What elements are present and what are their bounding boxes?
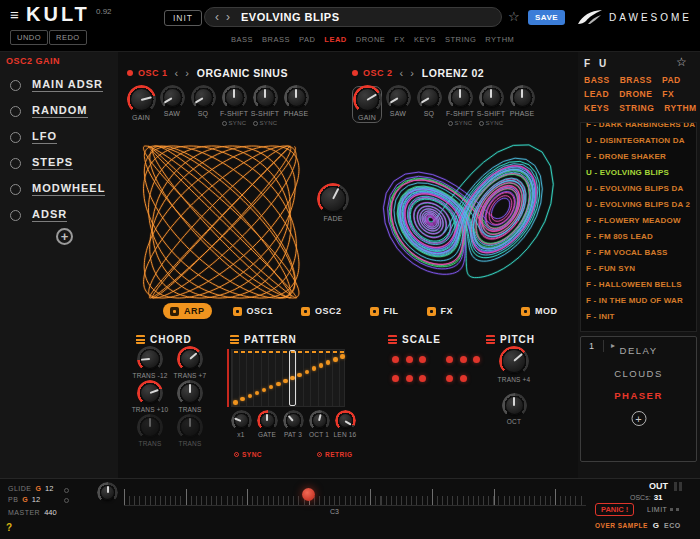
osc2-f-shift-sync-toggle[interactable]: SYNC (448, 120, 473, 126)
pattern-accent-15[interactable] (340, 351, 344, 353)
pattern-step-6[interactable] (276, 382, 281, 387)
browser-tag-keys[interactable]: KEYS (584, 103, 609, 113)
pitchbend-mode[interactable]: G (22, 496, 27, 503)
scale-dot-0-0[interactable] (392, 356, 399, 363)
prev-preset-icon[interactable]: ‹ (215, 11, 219, 23)
pattern-accent-6[interactable] (276, 351, 280, 353)
pattern-step-5[interactable] (269, 385, 274, 390)
sidebar-item-main-adsr[interactable]: MAIN ADSR (10, 72, 105, 98)
pattern-step-2[interactable] (248, 394, 253, 399)
preset-row-evolving-blips-da[interactable]: U - EVOLVING BLIPS DA (581, 180, 696, 196)
browser-tag-lead[interactable]: LEAD (584, 89, 609, 99)
glide-value[interactable]: 12 (45, 484, 53, 493)
pattern-step-1[interactable] (240, 397, 245, 402)
preset-row-evolving-blips[interactable]: U - EVOLVING BLIPS (581, 164, 696, 180)
osc1-phase-knob[interactable] (287, 88, 306, 107)
tab-arp[interactable]: ARP (163, 303, 212, 319)
preset-tag-rythm[interactable]: RYTHM (485, 35, 514, 44)
preset-row-fm-vocal-bass[interactable]: F - FM VOCAL BASS (581, 244, 696, 260)
pattern-step-grid[interactable] (231, 349, 345, 407)
preset-row-halloween-bells[interactable]: F - HALLOWEEN BELLS (581, 276, 696, 292)
browser-tag-bass[interactable]: BASS (584, 75, 610, 85)
save-button[interactable]: SAVE (528, 10, 565, 25)
scale-dot-0-5[interactable] (460, 356, 467, 363)
chord-trans-12-knob[interactable] (140, 349, 160, 369)
scale-dot-0-6[interactable] (473, 356, 480, 363)
chord-trans-knob[interactable] (180, 383, 200, 403)
chord-trans-knob[interactable] (140, 417, 160, 437)
footer-radio-2[interactable] (64, 498, 69, 503)
osc1-s-shift-sync-toggle[interactable]: SYNC (253, 120, 278, 126)
scale-dot-0-1[interactable] (406, 356, 413, 363)
preset-row-flowery-meadow[interactable]: F - FLOWERY MEADOW (581, 212, 696, 228)
sidebar-item-adsr[interactable]: ADSR (10, 202, 105, 228)
panic-button[interactable]: PANIC ! (595, 503, 634, 516)
chord-trans-10-knob[interactable] (140, 383, 160, 403)
pattern-accent-4[interactable] (262, 351, 266, 353)
preset-row-fun-syn[interactable]: F - FUN SYN (581, 260, 696, 276)
osc2-wavetable-name[interactable]: LORENZ 02 (422, 67, 484, 79)
preset-tag-drone[interactable]: DRONE (356, 35, 386, 44)
filter-letter-u[interactable]: U (599, 58, 606, 69)
pattern-accent-7[interactable] (283, 351, 287, 353)
footer-knob[interactable] (100, 485, 115, 500)
preset-tag-pad[interactable]: PAD (299, 35, 315, 44)
pitch-trans-4-knob[interactable] (502, 349, 526, 373)
help-button[interactable]: ? (6, 522, 12, 533)
pattern-accent-12[interactable] (319, 351, 323, 353)
fade-knob[interactable] (320, 186, 346, 212)
pattern-x1-knob[interactable] (234, 413, 249, 428)
osc2-f-shift-knob[interactable] (451, 88, 470, 107)
osc2-gain-knob[interactable] (356, 88, 379, 111)
osc2-phase-knob[interactable] (513, 88, 532, 107)
oversample-setting[interactable]: OVER SAMPLE G ECO (595, 521, 681, 530)
pattern-len-16-knob[interactable] (338, 413, 353, 428)
pattern-retrig-toggle[interactable]: RETRIG (317, 451, 353, 458)
osc1-f-shift-sync-toggle[interactable]: SYNC (222, 120, 247, 126)
pattern-step-15[interactable] (340, 354, 345, 359)
osc1-next-icon[interactable]: › (185, 67, 189, 79)
preset-row-evolving-blips-da-2[interactable]: U - EVOLVING BLIPS DA 2 (581, 196, 696, 212)
add-mod-button[interactable]: + (56, 228, 73, 245)
pattern-step-10[interactable] (305, 370, 310, 375)
osc1-f-shift-knob[interactable] (225, 88, 244, 107)
pattern-accent-13[interactable] (326, 351, 330, 353)
scale-dot-1-2[interactable] (419, 375, 426, 382)
pattern-step-12[interactable] (319, 363, 324, 368)
pattern-accent-5[interactable] (269, 351, 273, 353)
osc1-saw-knob[interactable] (163, 88, 182, 107)
scale-dot-1-1[interactable] (406, 375, 413, 382)
footer-radio-1[interactable] (64, 488, 69, 493)
preset-row-disintegration-da[interactable]: U - DISINTEGRATION DA (581, 132, 696, 148)
pattern-oct-1-knob[interactable] (312, 413, 327, 428)
fx-slot-phaser[interactable]: PHASER (581, 390, 696, 401)
pattern-step-4[interactable] (262, 388, 267, 393)
osc1-wavetable-name[interactable]: ORGANIC SINUS (197, 67, 288, 79)
keyboard-ruler[interactable] (124, 483, 586, 506)
pattern-accent-10[interactable] (305, 351, 309, 353)
pattern-accent-3[interactable] (255, 351, 259, 353)
filter-letter-f[interactable]: F (584, 58, 590, 69)
tab-osc2[interactable]: OSC2 (294, 303, 349, 319)
pattern-step-14[interactable] (333, 357, 338, 362)
tab-osc1[interactable]: OSC1 (226, 303, 281, 319)
osc2-sq-knob[interactable] (420, 88, 439, 107)
preset-tag-brass[interactable]: BRASS (262, 35, 290, 44)
preset-row-in-the-mud-of-war[interactable]: F - IN THE MUD OF WAR (581, 292, 696, 308)
osc1-gain-knob[interactable] (130, 88, 153, 111)
preset-tag-keys[interactable]: KEYS (414, 35, 436, 44)
pitch-oct-knob[interactable] (505, 396, 524, 415)
glide-mode[interactable]: G (36, 485, 41, 492)
add-fx-button[interactable]: + (631, 411, 646, 426)
pattern-step-11[interactable] (312, 366, 317, 371)
pattern-step-3[interactable] (255, 391, 260, 396)
osc2-s-shift-sync-toggle[interactable]: SYNC (479, 120, 504, 126)
scale-dot-0-2[interactable] (419, 356, 426, 363)
browser-tag-drone[interactable]: DRONE (619, 89, 652, 99)
preset-selector[interactable]: ‹ › EVOLVING BLIPS (204, 7, 502, 27)
preset-tag-lead[interactable]: LEAD (324, 35, 346, 44)
pattern-step-9[interactable] (297, 373, 302, 378)
chord-trans-7-knob[interactable] (180, 349, 200, 369)
master-value[interactable]: 440 (44, 508, 57, 517)
favorite-star-icon[interactable]: ☆ (508, 9, 520, 24)
